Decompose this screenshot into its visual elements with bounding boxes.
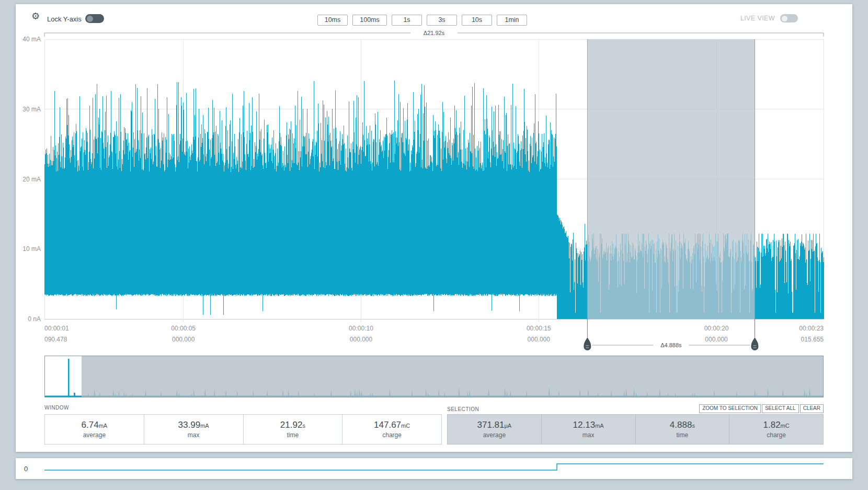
- selection-stat-average: 371.81μAaverage: [447, 414, 542, 445]
- power-profiler-app: { "colors": { "accent_cyan": "#0da4c9", …: [0, 0, 868, 490]
- svg-text:000.000: 000.000: [172, 336, 195, 343]
- window-stats: 6.74mAaverage33.99mAmax21.92stime147.67m…: [44, 414, 442, 445]
- digital-signal-line: [44, 464, 824, 470]
- lock-y-axis-toggle[interactable]: [85, 14, 104, 23]
- selection-stats: 371.81μAaverage12.13mAmax4.888stime1.82m…: [447, 414, 824, 445]
- range-button-100ms[interactable]: 100ms: [352, 15, 387, 26]
- stat-unit: mA: [595, 423, 604, 429]
- live-view-control: LIVE VIEW: [740, 14, 798, 22]
- svg-text:015.655: 015.655: [801, 336, 824, 343]
- svg-text:090.478: 090.478: [44, 336, 67, 343]
- digital-channel-label: 0: [24, 465, 28, 473]
- window-stat-average: 6.74mAaverage: [44, 414, 144, 445]
- range-button-1min[interactable]: 1min: [497, 15, 527, 26]
- stat-label: max: [188, 431, 200, 439]
- svg-text:30 mA: 30 mA: [22, 106, 41, 113]
- stat-value: 6.74: [82, 420, 99, 430]
- window-stat-max: 33.99mAmax: [144, 414, 244, 445]
- selection-handle-left[interactable]: [584, 319, 591, 350]
- live-view-label: LIVE VIEW: [740, 15, 775, 22]
- stat-value: 4.888: [670, 420, 692, 430]
- chart-panel: ⚙ Lock Y-axis 10ms100ms1s3s10s1min LIVE …: [16, 4, 852, 452]
- selection-action-buttons: ZOOM TO SELECTIONSELECT ALLCLEAR: [699, 404, 824, 413]
- stat-unit: mC: [781, 423, 790, 429]
- selection-region[interactable]: [587, 39, 755, 319]
- stat-value: 371.81: [477, 420, 505, 430]
- settings-gear-icon[interactable]: ⚙: [31, 12, 40, 21]
- minimap-window-region[interactable]: [82, 356, 823, 397]
- stat-unit: s: [302, 423, 305, 429]
- range-button-1s[interactable]: 1s: [392, 15, 422, 26]
- range-button-10ms[interactable]: 10ms: [317, 15, 348, 26]
- toggle-knob: [87, 16, 93, 22]
- svg-text:10 mA: 10 mA: [22, 245, 41, 253]
- svg-text:00:00:20: 00:00:20: [704, 325, 729, 332]
- selection-stat-time: 4.888stime: [635, 414, 730, 445]
- current-chart[interactable]: Δ21.92s40 mA30 mA20 mA10 mA0 nA00:00:010…: [16, 4, 852, 356]
- svg-text:000.000: 000.000: [350, 336, 373, 343]
- stat-label: average: [83, 431, 106, 439]
- range-button-3s[interactable]: 3s: [427, 15, 457, 26]
- stat-unit: mC: [401, 423, 410, 429]
- stat-value: 21.92: [280, 420, 303, 430]
- minimap-chart: [45, 356, 823, 397]
- svg-text:40 mA: 40 mA: [22, 36, 41, 43]
- svg-text:00:00:01: 00:00:01: [44, 325, 69, 332]
- svg-text:000.000: 000.000: [528, 336, 551, 343]
- svg-text:Δ4.888s: Δ4.888s: [660, 342, 682, 348]
- clear-button[interactable]: CLEAR: [800, 404, 824, 413]
- stat-unit: mA: [200, 423, 209, 429]
- live-view-toggle[interactable]: [780, 14, 798, 22]
- stat-unit: μA: [505, 423, 512, 429]
- toggle-knob: [782, 16, 787, 21]
- window-delta-ruler: Δ21.92s: [44, 30, 824, 37]
- stat-label: max: [583, 431, 595, 439]
- window-stats-title: WINDOW: [44, 405, 69, 411]
- selection-stats-header: SELECTION ZOOM TO SELECTIONSELECT ALLCLE…: [447, 403, 824, 412]
- svg-text:Δ21.92s: Δ21.92s: [424, 30, 445, 36]
- select-all-button[interactable]: SELECT ALL: [762, 404, 799, 413]
- stat-label: time: [677, 431, 689, 439]
- stat-label: charge: [382, 431, 402, 439]
- stat-unit: mA: [99, 423, 108, 429]
- stat-label: average: [483, 431, 506, 439]
- lock-y-axis-label: Lock Y-axis: [47, 15, 82, 23]
- selection-stat-max: 12.13mAmax: [541, 414, 636, 445]
- digital-channels-panel: 0: [16, 458, 852, 479]
- zoom-to-selection-button[interactable]: ZOOM TO SELECTION: [699, 404, 761, 413]
- stat-label: charge: [767, 431, 786, 439]
- stat-value: 33.99: [178, 420, 201, 430]
- stat-value: 12.13: [573, 420, 596, 430]
- svg-text:00:00:05: 00:00:05: [171, 325, 196, 332]
- window-stat-charge: 147.67mCcharge: [342, 414, 442, 445]
- stat-value: 147.67: [374, 420, 401, 430]
- stat-value: 1.82: [763, 420, 781, 430]
- svg-text:000.000: 000.000: [705, 336, 728, 343]
- svg-text:00:00:10: 00:00:10: [349, 325, 373, 332]
- svg-text:00:00:23: 00:00:23: [799, 325, 824, 332]
- selection-handle-right[interactable]: [751, 319, 758, 350]
- window-stat-time: 21.92stime: [243, 414, 343, 445]
- selection-stat-charge: 1.82mCcharge: [729, 414, 824, 445]
- stat-unit: s: [692, 423, 695, 429]
- minimap[interactable]: [44, 356, 824, 397]
- svg-text:00:00:15: 00:00:15: [527, 325, 551, 332]
- minimap-startup-spike: [68, 359, 70, 397]
- stat-label: time: [287, 431, 299, 439]
- svg-text:20 mA: 20 mA: [22, 176, 41, 183]
- digital-channel-trace: [44, 458, 824, 479]
- range-button-10s[interactable]: 10s: [462, 15, 492, 26]
- time-range-buttons: 10ms100ms1s3s10s1min: [317, 15, 527, 26]
- svg-text:0 nA: 0 nA: [28, 315, 41, 323]
- selection-stats-title: SELECTION: [447, 406, 479, 412]
